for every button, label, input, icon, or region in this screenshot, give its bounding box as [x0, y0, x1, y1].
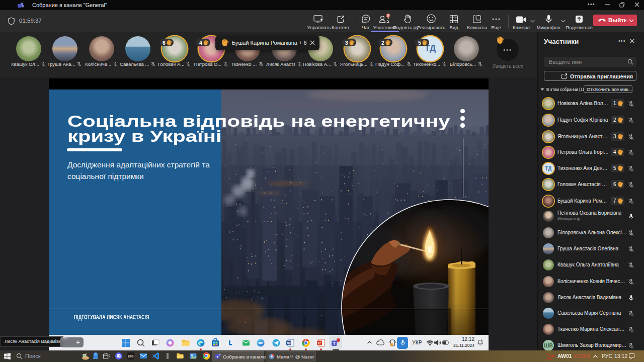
svg-text:T: T: [216, 355, 218, 358]
svg-text:P: P: [318, 341, 320, 345]
svg-text:EPS: EPS: [128, 355, 133, 358]
svg-text:T: T: [333, 341, 336, 346]
svg-text:W: W: [287, 341, 291, 345]
